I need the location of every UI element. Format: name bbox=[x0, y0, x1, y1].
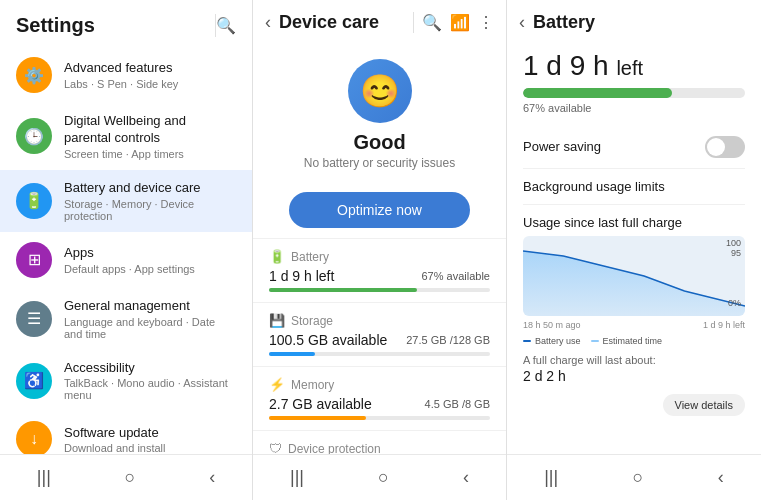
legend-dot-0 bbox=[523, 340, 531, 342]
battery-time-display: 1 d 9 h left bbox=[523, 51, 745, 82]
settings-header: Settings 🔍 bbox=[0, 0, 252, 47]
battery-bar bbox=[523, 88, 745, 98]
battery-panel: ‹ Battery 1 d 9 h left 67% available Pow… bbox=[507, 0, 761, 500]
optimize-button[interactable]: Optimize now bbox=[289, 192, 470, 228]
svg-marker-0 bbox=[523, 251, 745, 316]
device-care-back-icon[interactable]: ‹ bbox=[265, 12, 271, 33]
apps-sub: Default apps · App settings bbox=[64, 263, 195, 275]
battery-bar-fill bbox=[523, 88, 672, 98]
sidebar-item-advanced-features[interactable]: ⚙️Advanced featuresLabs · S Pen · Side k… bbox=[0, 47, 252, 103]
battery-device-care-text: Battery and device careStorage · Memory … bbox=[64, 180, 236, 222]
device-care-search-icon[interactable]: 🔍 bbox=[422, 13, 442, 32]
advanced-features-title: Advanced features bbox=[64, 60, 178, 77]
software-update-icon: ↓ bbox=[16, 421, 52, 454]
metric-icon-1: 💾 bbox=[269, 313, 285, 328]
metric-header-3: 🛡Device protection bbox=[269, 441, 490, 454]
middle-bottom-nav: ||| ○ ‹ bbox=[253, 454, 506, 500]
digital-wellbeing-text: Digital Wellbeing and parental controlsS… bbox=[64, 113, 236, 160]
battery-percent-label: 67% available bbox=[523, 102, 745, 114]
sidebar-item-accessibility[interactable]: ♿AccessibilityTalkBack · Mono audio · As… bbox=[0, 350, 252, 412]
smiley-icon: 😊 bbox=[348, 59, 412, 123]
device-metric-1: 💾Storage100.5 GB available27.5 GB /128 G… bbox=[253, 302, 506, 366]
metric-bar-fill-2 bbox=[269, 416, 366, 420]
accessibility-title: Accessibility bbox=[64, 360, 236, 377]
nav-back-icon[interactable]: ‹ bbox=[193, 463, 231, 492]
sidebar-item-digital-wellbeing[interactable]: 🕒Digital Wellbeing and parental controls… bbox=[0, 103, 252, 170]
general-management-icon: ☰ bbox=[16, 301, 52, 337]
device-care-more-icon[interactable]: ⋮ bbox=[478, 13, 494, 32]
metric-bar-fill-0 bbox=[269, 288, 417, 292]
battery-chart-svg bbox=[523, 236, 745, 316]
sidebar-item-apps[interactable]: ⊞AppsDefault apps · App settings bbox=[0, 232, 252, 288]
metric-bar-wrap-1 bbox=[269, 352, 490, 356]
accessibility-icon: ♿ bbox=[16, 363, 52, 399]
metric-icon-3: 🛡 bbox=[269, 441, 282, 454]
software-update-text: Software updateDownload and install bbox=[64, 425, 166, 455]
metric-row-2: 2.7 GB available4.5 GB /8 GB bbox=[269, 396, 490, 412]
metric-value-0: 1 d 9 h left bbox=[269, 268, 334, 284]
full-charge-prefix: A full charge will last about: bbox=[523, 354, 745, 366]
advanced-features-text: Advanced featuresLabs · S Pen · Side key bbox=[64, 60, 178, 90]
metric-label-2: Memory bbox=[291, 378, 334, 392]
nav-menu-icon[interactable]: ||| bbox=[528, 463, 574, 492]
legend-item-1: Estimated time bbox=[591, 336, 663, 346]
metric-header-1: 💾Storage bbox=[269, 313, 490, 328]
accessibility-text: AccessibilityTalkBack · Mono audio · Ass… bbox=[64, 360, 236, 402]
settings-search-icon[interactable]: 🔍 bbox=[216, 16, 236, 35]
chart-top-label1: 100 bbox=[726, 238, 741, 248]
settings-title: Settings bbox=[16, 14, 216, 37]
advanced-features-sub: Labs · S Pen · Side key bbox=[64, 78, 178, 90]
device-metric-2: ⚡Memory2.7 GB available4.5 GB /8 GB bbox=[253, 366, 506, 430]
sidebar-item-battery-device-care[interactable]: 🔋Battery and device careStorage · Memory… bbox=[0, 170, 252, 232]
left-bottom-nav: ||| ○ ‹ bbox=[0, 454, 252, 500]
nav-back-icon[interactable]: ‹ bbox=[702, 463, 740, 492]
good-sub-label: No battery or security issues bbox=[304, 156, 455, 170]
accessibility-sub: TalkBack · Mono audio · Assistant menu bbox=[64, 377, 236, 401]
legend-label-1: Estimated time bbox=[603, 336, 663, 346]
nav-back-icon[interactable]: ‹ bbox=[447, 463, 485, 492]
nav-home-icon[interactable]: ○ bbox=[109, 463, 152, 492]
power-saving-toggle[interactable] bbox=[705, 136, 745, 158]
legend-dot-1 bbox=[591, 340, 599, 342]
device-care-content: 😊 Good No battery or security issues Opt… bbox=[253, 43, 506, 454]
metric-row-1: 100.5 GB available27.5 GB /128 GB bbox=[269, 332, 490, 348]
chart-left-label: 18 h 50 m ago bbox=[523, 320, 581, 330]
nav-home-icon[interactable]: ○ bbox=[362, 463, 405, 492]
battery-title: Battery bbox=[533, 12, 749, 33]
nav-menu-icon[interactable]: ||| bbox=[21, 463, 67, 492]
advanced-features-icon: ⚙️ bbox=[16, 57, 52, 93]
metric-right-1: 27.5 GB /128 GB bbox=[406, 334, 490, 346]
metric-right-0: 67% available bbox=[422, 270, 491, 282]
nav-home-icon[interactable]: ○ bbox=[617, 463, 660, 492]
battery-time-suffix: left bbox=[616, 57, 643, 79]
device-care-title: Device care bbox=[279, 12, 414, 33]
metric-label-3: Device protection bbox=[288, 442, 381, 455]
battery-time-value: 1 d 9 h bbox=[523, 50, 609, 81]
battery-back-icon[interactable]: ‹ bbox=[519, 12, 525, 33]
view-details-button[interactable]: View details bbox=[663, 394, 746, 416]
power-saving-label: Power saving bbox=[523, 139, 601, 154]
device-care-panel: ‹ Device care 🔍 📶 ⋮ 😊 Good No battery or… bbox=[253, 0, 507, 500]
digital-wellbeing-icon: 🕒 bbox=[16, 118, 52, 154]
settings-list: ⚙️Advanced featuresLabs · S Pen · Side k… bbox=[0, 47, 252, 454]
metric-label-1: Storage bbox=[291, 314, 333, 328]
general-management-title: General management bbox=[64, 298, 236, 315]
chart-right-labels: 100 95 0% bbox=[726, 238, 741, 308]
background-usage-row[interactable]: Background usage limits bbox=[523, 169, 745, 205]
metric-label-0: Battery bbox=[291, 250, 329, 264]
metric-right-2: 4.5 GB /8 GB bbox=[425, 398, 490, 410]
metric-bar-fill-1 bbox=[269, 352, 315, 356]
software-update-title: Software update bbox=[64, 425, 166, 442]
battery-device-care-title: Battery and device care bbox=[64, 180, 236, 197]
apps-text: AppsDefault apps · App settings bbox=[64, 245, 195, 275]
usage-since-title: Usage since last full charge bbox=[523, 215, 745, 230]
digital-wellbeing-sub: Screen time · App timers bbox=[64, 148, 236, 160]
sidebar-item-software-update[interactable]: ↓Software updateDownload and install bbox=[0, 411, 252, 454]
battery-device-care-icon: 🔋 bbox=[16, 183, 52, 219]
battery-header: ‹ Battery bbox=[507, 0, 761, 43]
metric-header-0: 🔋Battery bbox=[269, 249, 490, 264]
nav-menu-icon[interactable]: ||| bbox=[274, 463, 320, 492]
full-charge-time: 2 d 2 h bbox=[523, 368, 745, 384]
settings-panel: Settings 🔍 ⚙️Advanced featuresLabs · S P… bbox=[0, 0, 253, 500]
sidebar-item-general-management[interactable]: ☰General managementLanguage and keyboard… bbox=[0, 288, 252, 350]
